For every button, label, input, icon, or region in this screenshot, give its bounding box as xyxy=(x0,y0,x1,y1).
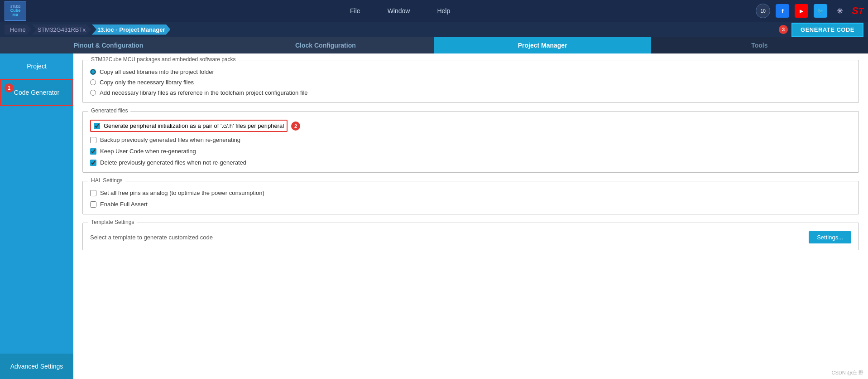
sidebar-item-code-generator[interactable]: 1 Code Generator xyxy=(0,79,73,106)
menu-window[interactable]: Window xyxy=(388,7,410,15)
gen-option-delete-previously-label: Delete previously generated files when n… xyxy=(100,159,246,166)
gen-checkbox-backup[interactable] xyxy=(90,137,96,143)
hal-checkbox-analog-pins[interactable] xyxy=(90,190,96,196)
youtube-icon[interactable]: ▶ xyxy=(795,4,808,18)
mcu-option-copy-necessary[interactable]: Copy only the necessary library files xyxy=(90,79,851,86)
sidebar-item-project[interactable]: Project xyxy=(0,53,73,79)
sidebar-advanced-settings-label: Advanced Settings xyxy=(10,363,63,370)
right-panel: STM32Cube MCU packages and embedded soft… xyxy=(73,53,868,379)
generate-area: 3 GENERATE CODE xyxy=(779,23,863,37)
top-icons: 10 f ▶ 🐦 ✳ ST xyxy=(756,4,863,18)
breadcrumb-project[interactable]: 13.ioc - Project Manager xyxy=(92,24,171,35)
sidebar-item-advanced-settings[interactable]: Advanced Settings xyxy=(0,354,73,379)
hal-settings-section: HAL Settings Set all free pins as analog… xyxy=(82,181,859,214)
share-icon[interactable]: ✳ xyxy=(833,4,846,18)
mcu-option-add-reference-label: Add necessary library files as reference… xyxy=(100,89,308,96)
gen-option-backup[interactable]: Backup previously generated files when r… xyxy=(90,136,851,143)
gen-checkbox-delete-previously[interactable] xyxy=(90,160,96,166)
generated-files-badge: 2 xyxy=(291,121,300,131)
generated-files-section: Generated files Generate peripheral init… xyxy=(82,111,859,173)
gen-option-peripheral-files-label: Generate peripheral initialization as a … xyxy=(104,122,284,129)
sidebar-project-label: Project xyxy=(27,63,47,70)
generate-badge: 3 xyxy=(779,25,788,34)
gen-option-keep-user-code[interactable]: Keep User Code when re-generating xyxy=(90,148,851,155)
mcu-option-copy-necessary-label: Copy only the necessary library files xyxy=(100,79,194,86)
gen-checkbox-keep-user-code[interactable] xyxy=(90,148,96,155)
gen-option-peripheral-files[interactable]: Generate peripheral initialization as a … xyxy=(90,120,288,132)
gen-option-backup-label: Backup previously generated files when r… xyxy=(100,136,240,143)
mcu-packages-options: Copy all used libraries into the project… xyxy=(90,68,851,96)
hal-option-full-assert[interactable]: Enable Full Assert xyxy=(90,201,851,208)
template-settings-title: Template Settings xyxy=(88,219,137,225)
hal-option-analog-pins-label: Set all free pins as analog (to optimize… xyxy=(100,190,264,196)
template-row: Select a template to generate customized… xyxy=(90,231,851,243)
tab-pinout[interactable]: Pinout & Configuration xyxy=(0,37,217,53)
top-menu: File Window Help xyxy=(44,7,756,15)
hal-checkbox-full-assert[interactable] xyxy=(90,201,96,208)
mcu-radio-copy-necessary[interactable] xyxy=(90,79,96,85)
mcu-radio-copy-all[interactable] xyxy=(90,69,96,75)
generated-files-title: Generated files xyxy=(88,107,130,114)
menu-file[interactable]: File xyxy=(350,7,360,15)
mcu-radio-add-reference[interactable] xyxy=(90,90,96,96)
generated-files-options: Generate peripheral initialization as a … xyxy=(90,120,851,166)
tab-bar: Pinout & Configuration Clock Configurati… xyxy=(0,37,868,53)
app-logo: STM32 Cube MX xyxy=(5,1,26,21)
anniversary-icon: 10 xyxy=(756,4,770,18)
template-settings-section: Template Settings Select a template to g… xyxy=(82,223,859,250)
sidebar: Project 1 Code Generator Advanced Settin… xyxy=(0,53,73,379)
mcu-option-copy-all-label: Copy all used libraries into the project… xyxy=(100,68,214,75)
hal-option-analog-pins[interactable]: Set all free pins as analog (to optimize… xyxy=(90,190,851,196)
main-content: Project 1 Code Generator Advanced Settin… xyxy=(0,53,868,379)
twitter-icon[interactable]: 🐦 xyxy=(814,4,827,18)
menu-help[interactable]: Help xyxy=(437,7,450,15)
st-logo: ST xyxy=(852,5,863,17)
gen-option-delete-previously[interactable]: Delete previously generated files when n… xyxy=(90,159,851,166)
tab-tools[interactable]: Tools xyxy=(651,37,868,53)
top-bar: STM32 Cube MX File Window Help 10 f ▶ 🐦 … xyxy=(0,0,868,22)
generated-files-row-1: Generate peripheral initialization as a … xyxy=(90,120,851,132)
breadcrumb-bar: Home STM32G431RBTx 13.ioc - Project Mana… xyxy=(0,22,868,37)
breadcrumb-chip[interactable]: STM32G431RBTx xyxy=(32,24,91,35)
sidebar-code-generator-label: Code Generator xyxy=(14,89,59,96)
mcu-option-copy-all[interactable]: Copy all used libraries into the project… xyxy=(90,68,851,75)
tab-clock[interactable]: Clock Configuration xyxy=(217,37,434,53)
gen-checkbox-peripheral-files[interactable] xyxy=(94,123,100,129)
template-settings-button[interactable]: Settings... xyxy=(809,231,851,243)
watermark: CSDN @庄 野 xyxy=(832,369,863,376)
template-placeholder-text: Select a template to generate customized… xyxy=(90,234,801,241)
mcu-packages-title: STM32Cube MCU packages and embedded soft… xyxy=(88,56,239,63)
sidebar-badge-1: 1 xyxy=(5,83,14,92)
hal-option-full-assert-label: Enable Full Assert xyxy=(100,201,148,208)
logo-area: STM32 Cube MX xyxy=(5,1,26,21)
generate-code-button[interactable]: GENERATE CODE xyxy=(791,23,863,37)
hal-settings-title: HAL Settings xyxy=(88,177,125,184)
facebook-icon[interactable]: f xyxy=(776,4,789,18)
mcu-option-add-reference[interactable]: Add necessary library files as reference… xyxy=(90,89,851,96)
mcu-packages-section: STM32Cube MCU packages and embedded soft… xyxy=(82,60,859,103)
tab-project-manager[interactable]: Project Manager xyxy=(434,37,651,53)
hal-settings-options: Set all free pins as analog (to optimize… xyxy=(90,190,851,208)
gen-option-keep-user-code-label: Keep User Code when re-generating xyxy=(100,148,196,155)
breadcrumb-home[interactable]: Home xyxy=(5,24,31,35)
